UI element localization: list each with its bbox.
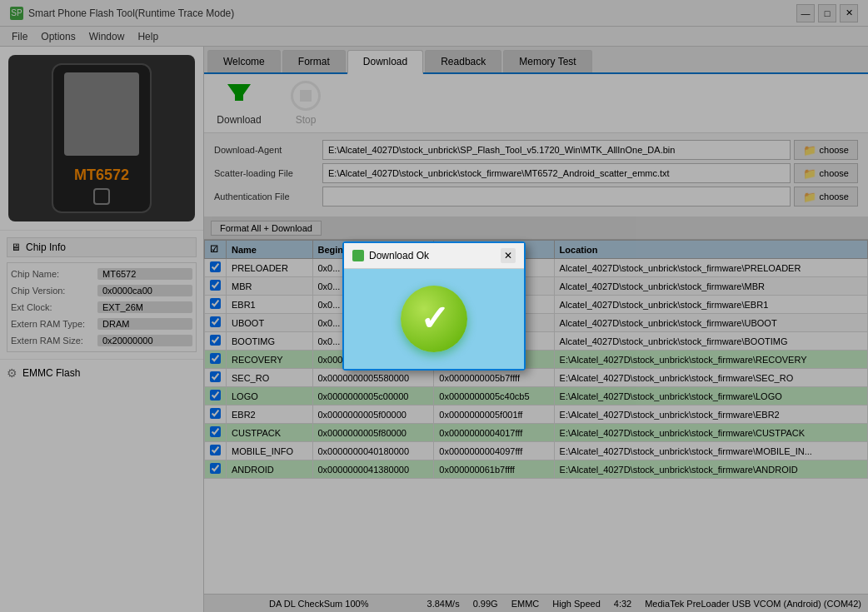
dialog-titlebar: Download Ok ✕ [344, 243, 524, 269]
dialog-title: Download Ok [369, 250, 429, 261]
dialog-overlay: Download Ok ✕ ✓ [0, 0, 868, 612]
check-mark-icon: ✓ [420, 301, 449, 336]
dialog-close-button[interactable]: ✕ [501, 248, 516, 263]
dialog-title-left: Download Ok [352, 250, 429, 261]
success-check-circle: ✓ [401, 286, 467, 352]
dialog-icon [352, 250, 364, 261]
download-ok-dialog: Download Ok ✕ ✓ [342, 241, 526, 371]
dialog-body: ✓ [344, 269, 524, 369]
